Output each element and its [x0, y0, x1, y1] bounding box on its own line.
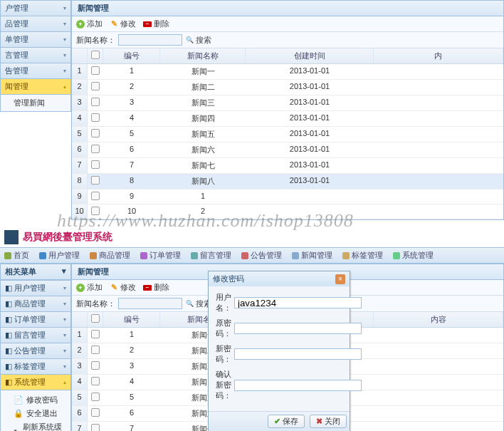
sidebar-bottom: 相关菜单▾ ◧ 用户管理▾◧ 商品管理▾◧ 订单管理▾◧ 留言管理▾◧ 公告管理…	[0, 264, 71, 431]
table-row[interactable]: 11新闻一2013-01-01	[72, 64, 503, 80]
table-row[interactable]: 33新闻三2013-01-01	[72, 95, 503, 111]
row-checkbox[interactable]	[91, 330, 100, 338]
sidebar-sub-item[interactable]: 📄修改密码	[14, 393, 66, 407]
dialog-close-button[interactable]: ×	[335, 274, 345, 284]
row-checkbox[interactable]	[91, 113, 100, 122]
search-row: 新闻名称： 🔍搜索	[72, 32, 503, 48]
chevron-down-icon: ▾	[63, 21, 66, 27]
row-checkbox[interactable]	[91, 129, 100, 137]
sidebar-item[interactable]: 单管理▾	[0, 32, 71, 48]
topnav-item[interactable]: 用户管理	[39, 250, 80, 261]
sidebar-item[interactable]: 言管理▾	[0, 48, 71, 63]
chevron-down-icon: ▾	[63, 285, 66, 291]
chevron-down-icon: ▾	[63, 5, 66, 11]
sidebar-item[interactable]: 闻管理▴	[0, 79, 71, 95]
topnav-item[interactable]: 订单管理	[140, 250, 181, 261]
row-checkbox[interactable]	[91, 207, 100, 215]
table-row[interactable]: 10102	[72, 204, 503, 219]
table-row[interactable]: 88新闻八2013-01-01	[72, 174, 503, 189]
row-checkbox[interactable]	[91, 361, 100, 370]
row-checkbox[interactable]	[91, 346, 100, 354]
table-row[interactable]: 77新闻七2013-01-01	[72, 158, 503, 174]
search-icon: 🔍	[185, 36, 194, 44]
sidebar-item[interactable]: ◧ 订单管理▾	[0, 312, 71, 328]
delete-button[interactable]: −删除	[143, 19, 169, 29]
new-password-label: 新密码：	[216, 343, 231, 365]
new-password-input[interactable]	[234, 348, 362, 360]
chevron-down-icon: ▾	[63, 36, 66, 43]
main-panel-top: 新闻管理 +添加 ✎修改 −删除 新闻名称： 🔍搜索 编号 新闻名称 创建时间 …	[71, 0, 504, 220]
row-checkbox[interactable]	[91, 408, 100, 417]
search-icon: 🔍	[185, 299, 194, 308]
search-label: 新闻名称：	[76, 35, 115, 46]
table-row[interactable]: 991	[72, 189, 503, 204]
x-icon: ✖	[316, 417, 322, 426]
sidebar-item[interactable]: ◧ 标签管理▾	[0, 359, 71, 375]
sidebar-sub-item[interactable]: 管理新闻	[0, 95, 71, 112]
topnav-item[interactable]: 新闻管理	[292, 250, 332, 261]
row-checkbox[interactable]	[91, 66, 100, 75]
username-input[interactable]	[234, 297, 362, 308]
search-button[interactable]: 🔍搜索	[185, 35, 211, 46]
sidebar-item[interactable]: 告管理▾	[0, 63, 71, 79]
sidebar-item[interactable]: ◧ 系统管理▴	[0, 375, 71, 390]
old-password-input[interactable]	[234, 323, 362, 334]
top-nav: 首页用户管理商品管理订单管理留言管理公告管理新闻管理标签管理系统管理	[0, 247, 504, 264]
sidebar-sub-item[interactable]: ↻刷新系统缓存	[14, 420, 66, 431]
topnav-item[interactable]: 标签管理	[342, 250, 383, 261]
brand-bar: 易買網後臺管理系统	[0, 227, 504, 247]
search-input[interactable]	[118, 34, 182, 46]
row-checkbox[interactable]	[91, 393, 100, 401]
minus-icon: −	[143, 285, 152, 291]
select-all-checkbox[interactable]	[91, 314, 100, 323]
add-button[interactable]: +添加	[76, 282, 103, 293]
row-checkbox[interactable]	[91, 424, 100, 431]
row-checkbox[interactable]	[91, 160, 100, 169]
nav-icon	[90, 252, 97, 259]
row-checkbox[interactable]	[91, 82, 100, 90]
sidebar-item[interactable]: ◧ 用户管理▾	[0, 280, 71, 296]
add-button[interactable]: +添加	[76, 19, 103, 29]
row-checkbox[interactable]	[91, 192, 100, 200]
confirm-password-label: 确认新密码：	[216, 369, 231, 401]
nav-icon	[241, 252, 248, 259]
topnav-item[interactable]: 系统管理	[393, 250, 434, 261]
sidebar-item[interactable]: ◧ 商品管理▾	[0, 296, 71, 312]
row-checkbox[interactable]	[91, 145, 100, 153]
sidebar-sub-item[interactable]: 🔒安全退出	[14, 407, 66, 420]
plus-icon: +	[76, 20, 85, 28]
edit-button[interactable]: ✎修改	[110, 19, 136, 29]
sidebar-item[interactable]: 品管理▾	[0, 16, 71, 32]
topnav-item[interactable]: 商品管理	[90, 250, 130, 261]
chevron-down-icon: ▴	[63, 379, 66, 385]
topnav-item[interactable]: 首页	[4, 250, 29, 261]
row-checkbox[interactable]	[91, 176, 100, 185]
search-label: 新闻名称：	[76, 298, 115, 309]
panel-title: 新闻管理	[72, 1, 503, 16]
table-row[interactable]: 55新闻五2013-01-01	[72, 127, 503, 142]
close-button[interactable]: ✖关闭	[310, 415, 347, 428]
search-input[interactable]	[118, 298, 182, 309]
chevron-down-icon: ▾	[63, 363, 66, 370]
row-checkbox[interactable]	[91, 98, 100, 106]
change-password-dialog: 修改密码 × 用户名： 原密码： 新密码： 确认新密码： ✔保存 ✖关闭	[208, 271, 350, 431]
row-checkbox[interactable]	[91, 377, 100, 385]
sidebar-item[interactable]: ◧ 留言管理▾	[0, 328, 71, 343]
sidebar-item[interactable]: ◧ 公告管理▾	[0, 343, 71, 359]
dialog-title-text: 修改密码	[213, 274, 244, 284]
edit-button[interactable]: ✎修改	[110, 282, 136, 293]
pencil-icon: ✎	[110, 20, 118, 28]
topnav-item[interactable]: 公告管理	[241, 250, 282, 261]
sidebar-item[interactable]: 户管理▾	[0, 0, 71, 16]
confirm-password-input[interactable]	[234, 380, 362, 391]
topnav-item[interactable]: 留言管理	[191, 250, 231, 261]
nav-icon	[191, 252, 198, 259]
table-row[interactable]: 66新闻六2013-01-01	[72, 142, 503, 158]
delete-button[interactable]: −删除	[143, 282, 169, 293]
table-row[interactable]: 44新闻四2013-01-01	[72, 111, 503, 127]
select-all-checkbox[interactable]	[91, 51, 100, 59]
chevron-down-icon: ▾	[63, 348, 66, 354]
chevron-down-icon: ▾	[63, 52, 66, 58]
table-row[interactable]: 22新闻二2013-01-01	[72, 80, 503, 95]
save-button[interactable]: ✔保存	[268, 415, 305, 428]
